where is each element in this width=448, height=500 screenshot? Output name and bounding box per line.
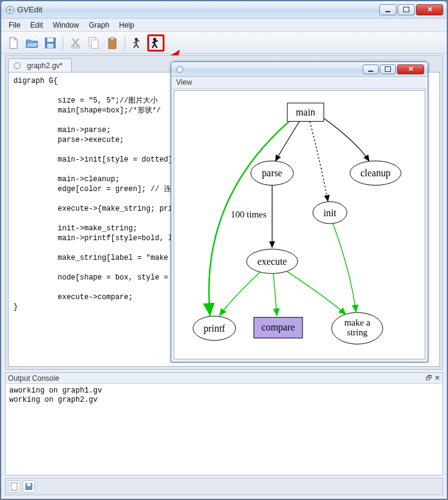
cut-button[interactable] bbox=[67, 34, 84, 52]
open-file-button[interactable] bbox=[23, 34, 41, 52]
view-label: View bbox=[171, 77, 428, 89]
statusbar bbox=[5, 478, 443, 495]
node-main: main bbox=[296, 107, 315, 117]
svg-rect-2 bbox=[47, 38, 53, 42]
save-button[interactable] bbox=[42, 34, 59, 52]
node-cleanup: cleanup bbox=[360, 168, 390, 179]
status-save-icon[interactable] bbox=[23, 480, 35, 493]
view-close-button[interactable] bbox=[397, 64, 424, 74]
view-titlebar[interactable] bbox=[171, 62, 428, 77]
document-tab-label: graph2.gv* bbox=[27, 61, 63, 70]
document-tab[interactable]: graph2.gv* bbox=[8, 58, 72, 72]
console-line: working on graph2.gv bbox=[9, 396, 98, 404]
svg-point-17 bbox=[177, 66, 183, 72]
menu-file[interactable]: File bbox=[4, 20, 25, 31]
app-icon bbox=[5, 5, 15, 15]
node-make-string-l2: string bbox=[347, 327, 368, 337]
node-init: init bbox=[323, 208, 337, 218]
console-dock-icon[interactable]: 🗗 bbox=[425, 374, 432, 382]
minimize-button[interactable] bbox=[379, 4, 396, 15]
view-maximize-button[interactable] bbox=[380, 64, 396, 74]
console-close-icon[interactable]: ✕ bbox=[434, 374, 440, 382]
copy-button[interactable] bbox=[85, 34, 102, 52]
console-title: Output Console bbox=[8, 374, 59, 383]
svg-point-11 bbox=[153, 37, 156, 41]
run-button[interactable] bbox=[129, 34, 146, 52]
node-make-string-l1: make a bbox=[344, 318, 371, 327]
svg-rect-9 bbox=[110, 37, 114, 40]
toolbar bbox=[1, 32, 447, 54]
node-parse: parse bbox=[262, 168, 282, 179]
menubar: File Edit Window Graph Help bbox=[1, 18, 447, 32]
toolbar-separator bbox=[125, 36, 125, 50]
maximize-button[interactable] bbox=[398, 4, 415, 15]
view-window-controls bbox=[363, 64, 424, 74]
window-controls bbox=[379, 4, 443, 15]
window-title: GVEdit bbox=[17, 5, 379, 14]
view-minimize-button[interactable] bbox=[363, 64, 379, 74]
edge-label: 100 times bbox=[231, 209, 266, 219]
view-window[interactable]: View main parse cleanup init execute pri bbox=[171, 61, 428, 362]
view-icon bbox=[175, 64, 185, 74]
new-file-button[interactable] bbox=[5, 34, 22, 52]
console-header[interactable]: Output Console 🗗 ✕ bbox=[6, 373, 442, 384]
output-console: Output Console 🗗 ✕ aworking on graph1.gv… bbox=[5, 372, 443, 475]
svg-rect-3 bbox=[47, 44, 53, 48]
paste-button[interactable] bbox=[104, 34, 121, 52]
node-compare: compare bbox=[261, 322, 295, 333]
console-line: aworking on graph1.gv bbox=[9, 386, 102, 395]
svg-rect-7 bbox=[91, 40, 98, 49]
menu-window[interactable]: Window bbox=[48, 20, 84, 31]
view-canvas[interactable]: main parse cleanup init execute printf c… bbox=[174, 90, 425, 359]
node-printf: printf bbox=[204, 323, 226, 334]
menu-graph[interactable]: Graph bbox=[84, 20, 114, 31]
doc-icon bbox=[12, 61, 22, 71]
graph-svg: main parse cleanup init execute printf c… bbox=[174, 91, 425, 359]
toolbar-separator bbox=[63, 36, 63, 50]
close-button[interactable] bbox=[416, 4, 443, 15]
svg-point-13 bbox=[14, 63, 20, 69]
console-controls: 🗗 ✕ bbox=[425, 374, 440, 382]
node-execute: execute bbox=[257, 256, 287, 267]
menu-help[interactable]: Help bbox=[114, 20, 139, 31]
svg-rect-16 bbox=[27, 483, 31, 486]
titlebar[interactable]: GVEdit bbox=[1, 1, 447, 18]
svg-point-10 bbox=[135, 37, 138, 41]
status-new-icon[interactable] bbox=[8, 480, 20, 493]
console-body[interactable]: aworking on graph1.gv working on graph2.… bbox=[6, 384, 442, 407]
menu-edit[interactable]: Edit bbox=[25, 20, 48, 31]
svg-rect-14 bbox=[11, 483, 17, 490]
layout-button[interactable] bbox=[147, 34, 164, 52]
